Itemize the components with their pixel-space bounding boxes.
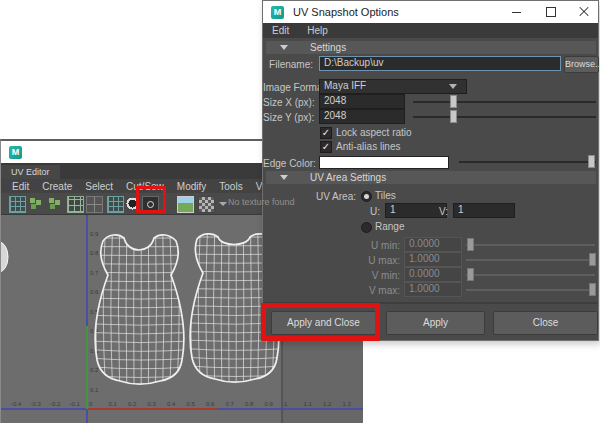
u-label: U: bbox=[363, 205, 380, 219]
u-max-slider bbox=[466, 259, 595, 261]
v-min-label: V min: bbox=[323, 269, 400, 283]
svg-text:-0.4: -0.4 bbox=[11, 401, 22, 407]
checker-icon[interactable] bbox=[198, 196, 215, 213]
size-y-label: Size Y (px): bbox=[263, 111, 313, 125]
settings-section-header[interactable]: Settings bbox=[266, 41, 596, 54]
edge-color-swatch[interactable] bbox=[319, 156, 449, 169]
uv-grid-icon[interactable] bbox=[9, 196, 26, 213]
size-x-field[interactable]: 2048 bbox=[319, 94, 405, 109]
maya-logo-icon: M bbox=[271, 6, 284, 19]
size-y-slider-handle[interactable] bbox=[450, 110, 457, 123]
size-x-slider-handle[interactable] bbox=[450, 95, 457, 108]
image-icon[interactable] bbox=[177, 196, 194, 213]
maya-logo-icon: M bbox=[9, 146, 22, 159]
edge-color-slider-handle[interactable] bbox=[588, 155, 595, 168]
menu-create[interactable]: Create bbox=[42, 181, 72, 192]
v-max-slider bbox=[466, 289, 595, 291]
range-label: Range bbox=[375, 220, 404, 234]
svg-text:0.9: 0.9 bbox=[265, 401, 274, 407]
apply-button[interactable]: Apply bbox=[386, 311, 485, 335]
uv-snapshot-options-dialog: M UV Snapshot Options EditHelp Settings … bbox=[262, 0, 599, 341]
v-min-slider bbox=[466, 274, 595, 276]
svg-text:0.5: 0.5 bbox=[187, 401, 196, 407]
v-max-label: V max: bbox=[323, 284, 400, 298]
u-min-field: 0.0000 bbox=[404, 237, 462, 252]
tiles-radio[interactable] bbox=[361, 191, 372, 202]
v-min-field: 0.0000 bbox=[404, 267, 462, 282]
svg-text:0.6: 0.6 bbox=[90, 289, 99, 295]
dropdown-arrow-icon[interactable] bbox=[219, 202, 227, 206]
uv-shells-alt-icon[interactable] bbox=[47, 196, 62, 211]
svg-text:0.9: 0.9 bbox=[90, 231, 99, 237]
menu-edit[interactable]: Edit bbox=[12, 181, 29, 192]
menu-modify[interactable]: Modify bbox=[177, 181, 206, 192]
lock-aspect-label: Lock aspect ratio bbox=[336, 126, 412, 140]
filename-label: Filename: bbox=[263, 58, 313, 72]
lock-aspect-checkbox[interactable]: ✓ bbox=[320, 127, 332, 139]
v-max-slider-handle bbox=[589, 283, 596, 296]
dialog-menu-help[interactable]: Help bbox=[307, 25, 328, 36]
dialog-title: UV Snapshot Options bbox=[293, 6, 399, 18]
v-field[interactable]: 1 bbox=[453, 203, 515, 218]
dialog-menu-edit[interactable]: Edit bbox=[272, 25, 289, 36]
size-x-slider[interactable] bbox=[413, 101, 596, 103]
image-format-label: Image Format: bbox=[263, 81, 313, 95]
svg-text:0.8: 0.8 bbox=[245, 401, 254, 407]
grid-border-icon[interactable] bbox=[67, 196, 84, 213]
svg-text:1.3: 1.3 bbox=[343, 401, 352, 407]
u-min-slider-handle bbox=[467, 238, 474, 251]
u-max-label: U max: bbox=[323, 254, 400, 268]
svg-text:-0.3: -0.3 bbox=[31, 401, 42, 407]
size-y-field[interactable]: 2048 bbox=[319, 109, 405, 124]
anti-alias-label: Anti-alias lines bbox=[336, 140, 400, 154]
browse-button[interactable]: Browse... bbox=[564, 56, 599, 73]
v-max-field: 1.0000 bbox=[404, 282, 462, 297]
u-min-slider bbox=[466, 244, 595, 246]
v-label: V: bbox=[431, 205, 448, 219]
collapse-triangle-icon bbox=[280, 45, 288, 50]
anti-alias-checkbox[interactable]: ✓ bbox=[320, 141, 332, 153]
grid-dots-icon[interactable] bbox=[107, 196, 124, 213]
tiles-label: Tiles bbox=[375, 189, 396, 203]
svg-text:0.7: 0.7 bbox=[90, 270, 99, 276]
annotation-snapshot-icon-highlight bbox=[136, 186, 166, 213]
close-button[interactable]: Close bbox=[493, 311, 598, 335]
minimize-icon[interactable] bbox=[502, 1, 532, 23]
range-radio[interactable] bbox=[361, 222, 372, 233]
grid-layout-icon[interactable] bbox=[86, 196, 103, 213]
edge-color-label: Edge Color: bbox=[263, 157, 313, 171]
svg-text:0.2: 0.2 bbox=[128, 401, 137, 407]
u-min-label: U min: bbox=[323, 239, 400, 253]
close-icon[interactable] bbox=[569, 1, 599, 23]
svg-text:0.8: 0.8 bbox=[90, 250, 99, 256]
uv-area-section-header[interactable]: UV Area Settings bbox=[266, 171, 596, 184]
tab-uv-editor[interactable]: UV Editor bbox=[1, 165, 60, 179]
texture-status-label: No texture found bbox=[228, 197, 295, 207]
u-max-field: 1.0000 bbox=[404, 252, 462, 267]
edge-color-slider[interactable] bbox=[459, 161, 596, 163]
menu-tools[interactable]: Tools bbox=[219, 181, 242, 192]
uv-shell-front[interactable] bbox=[94, 233, 187, 386]
svg-text:1.2: 1.2 bbox=[323, 401, 332, 407]
size-x-label: Size X (px): bbox=[263, 96, 313, 110]
image-format-dropdown[interactable]: Maya IFF bbox=[319, 79, 467, 94]
svg-text:0.7: 0.7 bbox=[226, 401, 235, 407]
svg-text:0: 0 bbox=[89, 401, 93, 407]
svg-text:0.3: 0.3 bbox=[90, 348, 99, 354]
menu-select[interactable]: Select bbox=[85, 181, 113, 192]
svg-text:0.6: 0.6 bbox=[206, 401, 215, 407]
collapse-triangle-icon bbox=[280, 175, 288, 180]
svg-text:0.4: 0.4 bbox=[167, 401, 176, 407]
maximize-icon[interactable] bbox=[536, 1, 566, 23]
u-max-slider-handle bbox=[589, 253, 596, 266]
filename-field[interactable]: D:\Backup\uv bbox=[319, 56, 561, 71]
uv-shells-icon[interactable] bbox=[28, 196, 43, 211]
dialog-menubar: EditHelp bbox=[263, 23, 598, 38]
svg-text:0.1: 0.1 bbox=[109, 401, 118, 407]
svg-text:0.2: 0.2 bbox=[90, 367, 99, 373]
svg-text:-0.1: -0.1 bbox=[70, 401, 81, 407]
size-y-slider[interactable] bbox=[413, 116, 596, 118]
svg-text:0.1: 0.1 bbox=[90, 387, 99, 393]
dropdown-arrow-icon bbox=[449, 84, 457, 89]
svg-text:0.3: 0.3 bbox=[148, 401, 157, 407]
